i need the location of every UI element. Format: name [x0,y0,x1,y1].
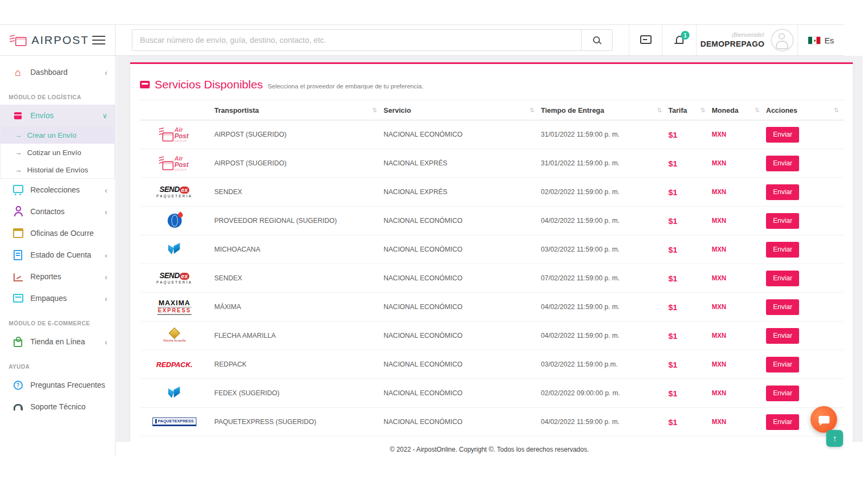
enviar-button[interactable]: Enviar [766,127,799,143]
sidebar: Dashboard‹MÓDULO DE LOGÍSTICAEnvíos∨→Cre… [0,56,116,455]
table-row: FEDEX (SUGERIDO)NACIONAL ECONÓMICO02/02/… [140,379,844,408]
carrier-name-cell [213,436,382,442]
column-header-inner: Transportista⇅ [214,106,377,114]
enviar-button[interactable]: Enviar [766,213,799,229]
chevron-left-icon: ‹ [105,207,107,216]
sidebar-section-heading: AYUDA [9,363,106,370]
actions-cell: Enviar [765,178,844,207]
carrier-logo-text: Air [174,156,182,162]
sort-arrows-icon: ⇅ [529,107,534,114]
scroll-top-button[interactable]: ↑ [826,430,843,447]
carrier-name-cell: PROVEEDOR REGIONAL (SUGERIDO) [213,207,382,235]
chat-fab-button[interactable] [810,406,837,433]
carrier-logo-text: Post [174,133,188,139]
brand-name: AIRPOST [31,34,89,47]
carrier-name-cell: MÁXIMA [213,293,382,322]
truck-icon [12,184,24,195]
user-avatar[interactable] [771,29,794,52]
carrier-logo-text: Post [174,162,188,168]
column-header-label: Moneda [712,106,738,114]
rate-cell: $1 [667,235,711,264]
sidebar-item-tienda-en-linea[interactable]: Tienda en Línea‹ [0,331,115,352]
enviar-button[interactable]: Enviar [766,328,799,344]
rate-cell: $1 [667,120,711,149]
sidebar-item-contactos[interactable]: Contactos‹ [0,201,115,222]
table-header-row: Transportista⇅Servicio⇅Tiempo de Entrega… [140,100,844,120]
language-selector[interactable]: Es [797,25,844,55]
column-header-transportista[interactable]: Transportista⇅ [213,100,382,120]
enviar-button[interactable]: Enviar [766,386,799,401]
column-header-tiempo-de-entrega[interactable]: Tiempo de Entrega⇅ [540,100,667,120]
messages-button[interactable] [629,25,662,55]
delivery-time-cell: 02/02/2022 11:59:00 p. m. [540,178,667,207]
chevron-left-icon: ‹ [105,294,107,303]
enviar-button[interactable]: Enviar [766,299,799,315]
search-area [116,25,629,55]
carrier-name-cell: AIRPOST (SUGERIDO) [213,120,382,149]
column-header-label: Acciones [766,106,797,114]
currency-cell: MXN [711,408,765,436]
enviar-button[interactable]: Enviar [766,242,799,258]
package-icon [12,110,24,121]
sidebar-item-envios[interactable]: Envíos∨ [0,105,115,126]
table-body: AirPostGROUPAIRPOST (SUGERIDO)NACIONAL E… [140,120,844,442]
carrier-logo-wrap [141,235,208,264]
footer: © 2022 - AirpostOnline. Copyright ©. Tod… [116,442,863,457]
column-header-acciones[interactable]: Acciones⇅ [765,100,844,120]
sidebar-item-recolecciones[interactable]: Recolecciones‹ [0,179,115,201]
carrier-logo-cell [140,379,213,408]
sidebar-item-reportes[interactable]: Reportes‹ [0,266,115,287]
currency-cell: MXN [711,350,765,379]
currency-cell: MXN [711,178,765,207]
enviar-button[interactable]: Enviar [766,357,799,373]
carrier-logo-airpost: AirPostGROUP [160,156,188,171]
actions-cell: Enviar [765,264,844,293]
sidebar-item-estado-de-cuenta[interactable]: Estado de Cuenta‹ [0,244,115,266]
sidebar-subitem-crear-un-envio[interactable]: →Crear un Envío [1,126,114,144]
service-cell: NACIONAL ECONÓMICO [382,207,540,235]
column-header-moneda[interactable]: Moneda⇅ [711,100,765,120]
user-menu[interactable]: ¡Bienvenido! DEMOPREPAGO [696,25,797,55]
hamburger-icon[interactable] [92,36,105,45]
sidebar-item-label: Estado de Cuenta [30,251,98,259]
sidebar-item-soporte-tecnico[interactable]: Soporte Técnico [0,396,115,418]
service-cell: NACIONAL EXPRÉS [382,178,540,207]
doc-icon [12,249,24,260]
notifications-button[interactable]: 1 [662,25,696,55]
carrier-logo-wrap: AirPostGROUP [141,149,208,177]
sidebar-submenu: →Crear un Envío→Cotizar un Envío→Histori… [0,126,115,179]
carrier-logo-text: PAQUETERÍA [150,195,200,198]
carrier-logo-cell [140,436,213,442]
currency-cell: MXN [711,120,765,149]
column-header-tarifa[interactable]: Tarifa⇅ [667,100,711,120]
table-row: PAQUETEXPRESSPAQUETEXPRESS (SUGERIDO)NAC… [140,408,844,436]
delivery-time-cell: 04/02/2022 11:59:00 p. m. [540,207,667,235]
carrier-logo-cell: SENDexPAQUETERÍA [140,178,213,207]
sidebar-item-empaques[interactable]: Empaques‹ [0,287,115,309]
service-cell: NACIONAL ECONÓMICO [382,235,540,264]
enviar-button[interactable]: Enviar [766,156,799,171]
sidebar-subitem-historial-de-envios[interactable]: →Historial de Envíos [1,161,114,178]
table-row: SENDexPAQUETERÍASENDEXNACIONAL EXPRÉS02/… [140,178,844,207]
sidebar-item-dashboard[interactable]: Dashboard‹ [0,61,115,83]
carrier-logo-wrap: REDPACK. [141,350,208,378]
sidebar-item-preguntas-frecuentes[interactable]: Preguntas Frecuentes [0,374,115,396]
main-content: Servicios Disponibles Selecciona el prov… [116,56,863,457]
column-header-servicio[interactable]: Servicio⇅ [382,100,540,120]
delivery-time-cell: 04/02/2022 11:59:00 p. m. [540,293,667,322]
carrier-logo-cell: REDPACK. [140,350,213,379]
actions-cell: Enviar [765,207,844,235]
enviar-button[interactable]: Enviar [766,184,799,200]
enviar-button[interactable]: Enviar [766,271,799,286]
search-input[interactable] [132,30,581,50]
search-button[interactable] [581,30,612,50]
sidebar-subitem-cotizar-un-envio[interactable]: →Cotizar un Envío [1,144,114,161]
carrier-logo-text: ex [180,273,189,280]
brand-logo[interactable]: AIRPOST [10,34,89,47]
carrier-name-cell: FLECHA AMARILLA [213,322,382,350]
sidebar-subitem-label: Historial de Envíos [27,166,88,174]
brand-area: AIRPOST [0,25,116,55]
carrier-logo-sendex: SENDexPAQUETERÍA [150,185,200,198]
sidebar-item-oficinas-de-ocurre[interactable]: Oficinas de Ocurre [0,222,115,244]
enviar-button[interactable]: Enviar [766,414,799,430]
